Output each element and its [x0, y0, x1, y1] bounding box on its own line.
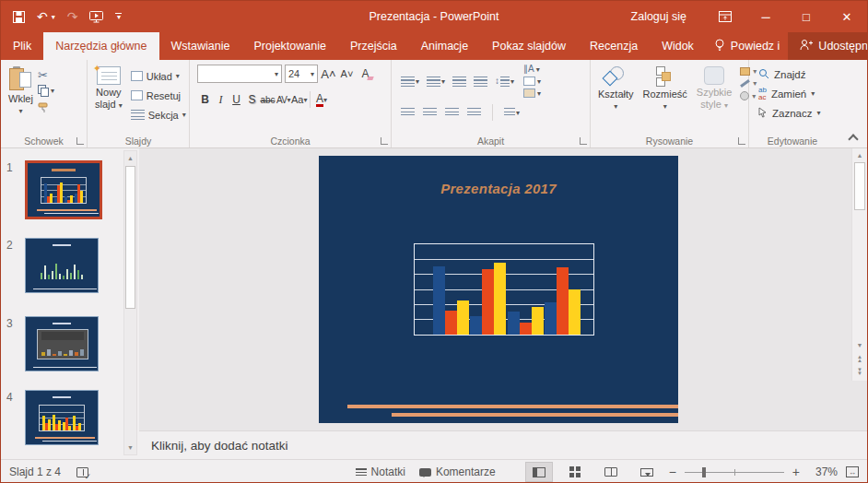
- paste-button[interactable]: Wklej ▾: [4, 65, 38, 117]
- tab-wstawianie[interactable]: Wstawianie: [159, 32, 242, 60]
- tab-widok[interactable]: Widok: [650, 32, 706, 60]
- columns-button[interactable]: ▾: [504, 108, 520, 118]
- thumbnail-slide-image[interactable]: [25, 390, 99, 445]
- tab-projektowanie[interactable]: Projektowanie: [241, 32, 338, 60]
- align-center-icon[interactable]: [423, 108, 437, 118]
- text-direction-button[interactable]: ∥A▾: [523, 65, 541, 74]
- scroll-up-icon[interactable]: ▲: [124, 151, 136, 165]
- font-name-combo[interactable]: ▾: [197, 65, 282, 83]
- reset-button[interactable]: Resetuj: [131, 86, 186, 105]
- paragraph-dialog-launcher-icon[interactable]: [580, 137, 587, 145]
- spell-check-icon[interactable]: [76, 467, 88, 477]
- decrease-font-size-button[interactable]: A˅: [339, 65, 355, 82]
- scroll-down-icon[interactable]: ▼: [124, 441, 136, 454]
- cut-icon[interactable]: ✂: [38, 69, 54, 81]
- tab-pokaz-slajdow[interactable]: Pokaz slajdów: [480, 32, 578, 60]
- strikethrough-button[interactable]: abc: [260, 91, 276, 108]
- tab-animacje[interactable]: Animacje: [409, 32, 480, 60]
- slideshow-view-button[interactable]: [633, 462, 661, 482]
- scrollbar-thumb[interactable]: [854, 162, 865, 210]
- convert-to-smartart-button[interactable]: ▾: [523, 88, 541, 98]
- zoom-level[interactable]: 37%: [808, 465, 838, 478]
- undo-dropdown-icon[interactable]: ▾: [52, 13, 55, 21]
- shapes-button[interactable]: Kształty ▾: [593, 65, 639, 112]
- comments-toggle-button[interactable]: Komentarze: [419, 465, 496, 478]
- thumbnail-slide-image[interactable]: [25, 238, 99, 293]
- thumbnail-slide-image[interactable]: [25, 160, 102, 219]
- tab-recenzja[interactable]: Recenzja: [578, 32, 650, 60]
- tab-plik[interactable]: Plik: [1, 32, 43, 60]
- decrease-indent-icon[interactable]: [452, 77, 466, 87]
- normal-view-button[interactable]: [525, 462, 553, 482]
- thumbnail-slide-1[interactable]: 1: [6, 160, 102, 219]
- sign-in-button[interactable]: Zaloguj się: [613, 1, 705, 32]
- slide-canvas[interactable]: Prezentacja 2017 ▲ ▼ ▲▲ ▼▼: [139, 148, 867, 430]
- close-button[interactable]: ✕: [827, 1, 867, 32]
- justify-icon[interactable]: [467, 108, 481, 118]
- next-slide-icon[interactable]: ▼▼: [852, 368, 867, 375]
- scrollbar-thumb[interactable]: [125, 166, 135, 309]
- numbering-button[interactable]: ▾: [427, 77, 445, 87]
- zoom-slider[interactable]: [685, 472, 784, 473]
- ribbon-display-options-icon[interactable]: [705, 1, 745, 32]
- notes-pane[interactable]: Kliknij, aby dodać notatki: [139, 430, 867, 459]
- collapse-ribbon-icon[interactable]: [849, 134, 856, 141]
- increase-font-size-button[interactable]: A˄: [321, 65, 336, 82]
- font-color-button[interactable]: A▾: [313, 91, 329, 108]
- new-slide-button[interactable]: ✦ Nowyslajd ▾: [90, 65, 127, 124]
- find-button[interactable]: Znajdź: [758, 65, 833, 84]
- maximize-button[interactable]: □: [786, 1, 827, 32]
- change-case-button[interactable]: Aa▾: [291, 91, 307, 108]
- thumbnail-slide-4[interactable]: 4: [6, 390, 99, 445]
- align-left-icon[interactable]: [401, 108, 415, 118]
- thumbnail-slide-3[interactable]: 3: [6, 316, 99, 371]
- font-dialog-launcher-icon[interactable]: [381, 137, 388, 145]
- clear-formatting-button[interactable]: A: [358, 65, 373, 82]
- zoom-out-icon[interactable]: −: [669, 465, 676, 479]
- text-shadow-button[interactable]: S: [244, 91, 260, 108]
- slide-title[interactable]: Prezentacja 2017: [319, 181, 678, 196]
- zoom-slider-thumb[interactable]: [702, 467, 706, 477]
- bullets-button[interactable]: ▾: [401, 77, 419, 87]
- zoom-in-icon[interactable]: +: [792, 465, 800, 479]
- scroll-down-icon[interactable]: ▼: [852, 338, 867, 351]
- tell-me-button[interactable]: Powiedz i: [706, 32, 789, 60]
- share-button[interactable]: Udostępnij: [788, 32, 868, 60]
- clipboard-dialog-launcher-icon[interactable]: [76, 137, 84, 145]
- save-icon[interactable]: [13, 11, 25, 23]
- bold-button[interactable]: B: [197, 91, 213, 108]
- thumbnail-scrollbar[interactable]: ▲ ▼: [123, 150, 137, 455]
- italic-button[interactable]: I: [213, 91, 229, 108]
- fit-slide-to-window-icon[interactable]: ↔: [846, 466, 859, 477]
- reading-view-button[interactable]: [597, 462, 625, 482]
- underline-button[interactable]: U: [229, 91, 244, 108]
- main-vertical-scrollbar[interactable]: ▲ ▼ ▲▲ ▼▼: [851, 148, 867, 381]
- align-text-button[interactable]: ▾: [523, 77, 541, 86]
- undo-icon[interactable]: ↶: [37, 10, 48, 23]
- slide-1-editor[interactable]: Prezentacja 2017: [319, 156, 678, 423]
- scroll-up-icon[interactable]: ▲: [852, 148, 867, 161]
- character-spacing-button[interactable]: AV▾: [276, 91, 291, 108]
- section-button[interactable]: Sekcja▾: [131, 105, 186, 124]
- format-painter-icon[interactable]: [38, 100, 54, 117]
- replace-button[interactable]: abac Zamień ▾: [758, 84, 833, 103]
- notes-placeholder[interactable]: Kliknij, aby dodać notatki: [151, 439, 288, 453]
- slide-sorter-view-button[interactable]: [561, 462, 589, 482]
- arrange-button[interactable]: Rozmieść ▾: [639, 65, 692, 112]
- minimize-button[interactable]: ─: [745, 1, 786, 32]
- line-spacing-button[interactable]: ↕▾: [495, 77, 514, 87]
- thumbnail-slide-2[interactable]: 2: [6, 238, 99, 293]
- customize-quick-access-toolbar-icon[interactable]: ▾: [115, 13, 122, 20]
- font-size-combo[interactable]: 24▾: [285, 65, 318, 83]
- increase-indent-icon[interactable]: [474, 77, 487, 87]
- layout-button[interactable]: Układ▾: [131, 66, 186, 86]
- align-right-icon[interactable]: [445, 108, 459, 118]
- notes-toggle-button[interactable]: Notatki: [356, 465, 405, 478]
- copy-icon[interactable]: ▾: [38, 85, 54, 97]
- previous-slide-icon[interactable]: ▲▲: [852, 355, 867, 362]
- tab-przejscia[interactable]: Przejścia: [338, 32, 409, 60]
- slide-chart[interactable]: [414, 243, 594, 336]
- tab-narzedzia-glowne[interactable]: Narzędzia główne: [43, 32, 158, 60]
- start-slideshow-icon[interactable]: [89, 11, 103, 23]
- select-button[interactable]: Zaznacz ▾: [758, 103, 833, 123]
